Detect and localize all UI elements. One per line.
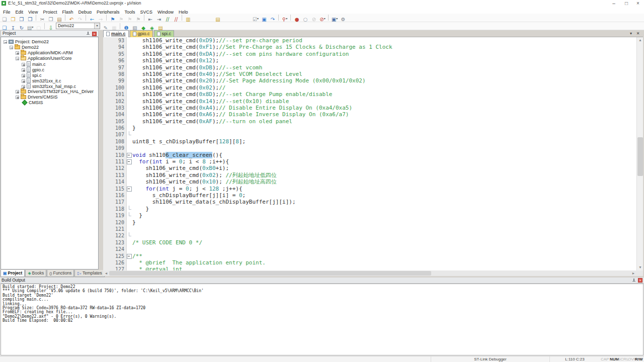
tree-item-stm32f1xx-it-c[interactable]: stm32f1xx_it.c: [1, 78, 98, 83]
panel-tab-books[interactable]: ◈Books: [25, 270, 46, 277]
books-icon[interactable]: ▤: [214, 14, 222, 21]
rebuild-all-icon[interactable]: ↻: [18, 23, 26, 30]
redo-icon[interactable]: ↷: [76, 14, 84, 21]
save-icon[interactable]: ❒: [18, 14, 26, 21]
collapse-icon[interactable]: [4, 40, 7, 44]
navigate-forward-icon[interactable]: →: [97, 14, 105, 21]
enable-breakpoint-icon[interactable]: ○: [301, 14, 309, 21]
cut-icon[interactable]: ✂: [38, 14, 46, 21]
translate-file-icon[interactable]: ❏: [1, 23, 9, 30]
expand-icon[interactable]: [22, 85, 25, 88]
disable-breakpoint-icon[interactable]: ⊘: [310, 14, 318, 21]
fold-collapse-icon[interactable]: [127, 158, 132, 165]
find-in-files-icon[interactable]: ▥: [184, 14, 192, 21]
target-select-combo[interactable]: Demo22▾: [56, 23, 100, 29]
pin-icon[interactable]: [86, 32, 90, 36]
editor-tab-gpio-c[interactable]: gpio.c: [130, 30, 153, 37]
expand-icon[interactable]: [16, 51, 19, 55]
project-panel: Project × Project: Demo22Demo22Applicati…: [1, 30, 99, 278]
build-icon[interactable]: ↧: [9, 23, 17, 30]
chevron-down-icon[interactable]: ▾: [94, 23, 100, 29]
scroll-down-icon[interactable]: ▼: [637, 264, 643, 270]
stop-build-icon[interactable]: ▢: [35, 23, 43, 30]
books-window-icon[interactable]: ▤: [156, 23, 165, 30]
expand-icon[interactable]: [22, 68, 25, 72]
kill-all-breakpoints-icon[interactable]: ⊘▾: [318, 14, 327, 21]
vertical-scrollbar[interactable]: ▲ ▼: [636, 37, 643, 270]
paste-icon[interactable]: ▤: [55, 14, 63, 21]
expand-icon[interactable]: [16, 90, 19, 94]
navigate-back-icon[interactable]: ←: [88, 14, 96, 21]
tree-item-drivers-stm32f1xx-hal-driver[interactable]: Drivers/STM32F1xx_HAL_Driver: [1, 89, 98, 95]
expand-icon[interactable]: [22, 79, 25, 83]
insert-breakpoint-icon[interactable]: ●: [293, 14, 301, 21]
expand-icon[interactable]: [16, 96, 19, 99]
bookmark-toggle-icon[interactable]: ⚑: [109, 14, 117, 21]
fold-collapse-icon[interactable]: [127, 152, 132, 158]
scroll-left-icon[interactable]: ◄: [103, 270, 109, 276]
tree-item-application-user-core[interactable]: Application/User/Core: [1, 56, 98, 61]
open-file-icon[interactable]: ❐: [9, 14, 17, 21]
new-file-icon[interactable]: ❏: [1, 14, 9, 21]
start-stop-debug-icon[interactable]: ⚲▾: [281, 14, 289, 21]
panel-tab-templates[interactable]: ▯₊Templates: [74, 270, 104, 277]
scroll-right-icon[interactable]: ►: [630, 270, 636, 276]
select-software-packs-icon[interactable]: ▧: [131, 23, 139, 30]
fold-collapse-icon[interactable]: [127, 253, 132, 259]
uncomment-icon[interactable]: //: [172, 14, 180, 21]
tree-item-demo22[interactable]: Demo22: [1, 45, 98, 50]
panel-close-icon[interactable]: ×: [638, 278, 642, 283]
collapse-icon[interactable]: [16, 57, 19, 60]
manage-project-items-icon[interactable]: ❶: [122, 23, 130, 30]
horizontal-scrollbar[interactable]: ◄ ►: [103, 270, 636, 276]
panel-tab-project[interactable]: ▣Project: [1, 270, 25, 277]
bookmark-clear-all-icon[interactable]: ⚑: [134, 14, 142, 21]
copy-icon[interactable]: ❐: [47, 14, 55, 21]
tree-item-stm32f1xx-hal-msp-c[interactable]: stm32f1xx_hal_msp.c: [1, 83, 98, 89]
bookmark-next-icon[interactable]: ⚑: [126, 14, 134, 21]
expand-icon[interactable]: [22, 74, 25, 77]
expand-icon[interactable]: [22, 63, 25, 66]
comment-icon[interactable]: //: [164, 14, 172, 21]
collapse-icon[interactable]: [10, 46, 13, 49]
vertical-scroll-thumb[interactable]: [637, 137, 643, 176]
fold-collapse-icon[interactable]: [127, 186, 132, 192]
tree-item-spi-c[interactable]: spi.c: [1, 72, 98, 78]
tree-item-drivers-cmsis[interactable]: Drivers/CMSIS: [1, 95, 98, 100]
undo-icon[interactable]: ↶: [67, 14, 75, 21]
pin-icon[interactable]: [632, 279, 636, 283]
document-list-dropdown-icon[interactable]: ▾: [628, 31, 634, 37]
horizontal-scroll-thumb[interactable]: [109, 271, 431, 276]
flash-download-icon[interactable]: ⇩: [47, 23, 55, 30]
save-all-icon[interactable]: ❒: [26, 14, 34, 21]
close-icon[interactable]: ×: [633, 0, 643, 7]
system-viewer-icon[interactable]: ▣: [260, 14, 268, 21]
editor-tab-main-c[interactable]: main.c: [103, 30, 129, 37]
tree-item-main-c[interactable]: main.c: [1, 61, 98, 67]
tree-item-cmsis[interactable]: CMSIS: [1, 100, 98, 106]
close-document-icon[interactable]: ✕: [635, 31, 641, 37]
options-for-target-icon[interactable]: ✎: [102, 23, 110, 30]
file-extensions-icon[interactable]: ▦: [110, 23, 118, 30]
maximize-icon[interactable]: □: [621, 0, 631, 7]
scroll-up-icon[interactable]: ▲: [637, 37, 643, 43]
panel-close-icon[interactable]: ×: [92, 32, 97, 36]
build-output-log[interactable]: Build started: Project: Demo22*** Using …: [1, 284, 643, 355]
manage-rte-icon[interactable]: ◆: [139, 23, 147, 30]
editor-tab-spi-c[interactable]: spi.c: [154, 30, 175, 37]
batch-build-icon[interactable]: ▤▾: [26, 23, 34, 30]
configure-icon[interactable]: ⚙: [339, 14, 347, 21]
code-segment: sh1106_write_cmd(: [132, 118, 199, 125]
unindent-icon[interactable]: ⇤: [146, 14, 154, 21]
bookmark-prev-icon[interactable]: ⚑: [117, 14, 125, 21]
pack-installer-icon[interactable]: ◈: [148, 23, 156, 30]
indent-icon[interactable]: ⇥: [155, 14, 163, 21]
panel-tab-functions[interactable]: ()Functions: [47, 270, 74, 277]
window-layout-icon[interactable]: ▣▾: [331, 14, 339, 21]
debug-restore-views-icon[interactable]: ↷: [269, 14, 277, 21]
tree-item-gpio-c[interactable]: gpio.c: [1, 67, 98, 72]
tree-item-application-mdk-arm[interactable]: Application/MDK-ARM: [1, 50, 98, 56]
minimize-icon[interactable]: –: [609, 0, 619, 7]
code-editor[interactable]: 93 sh1106_write_cmd(0xD9);//--set pre-ch…: [103, 37, 636, 270]
debug-settings-icon[interactable]: ☑▾: [252, 14, 260, 21]
